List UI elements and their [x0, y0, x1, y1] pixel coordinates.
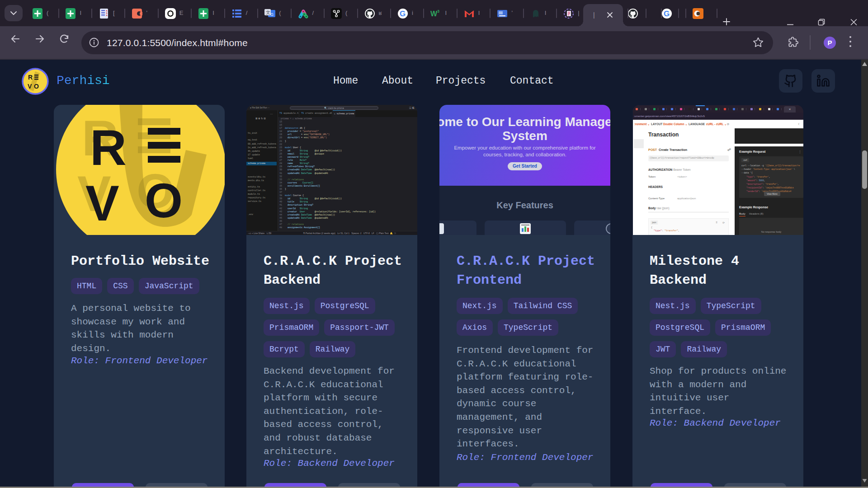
svg-text:R: R [28, 74, 33, 81]
svg-text:G: G [400, 9, 406, 18]
svg-text:文: 文 [266, 10, 270, 15]
svg-text:V: V [28, 83, 32, 90]
svg-text:R: R [90, 119, 127, 176]
svg-text:V: V [85, 175, 119, 231]
svg-text:O: O [34, 83, 39, 90]
svg-text:W: W [430, 10, 438, 18]
svg-text:3: 3 [437, 9, 439, 14]
svg-text:G: G [270, 12, 274, 17]
svg-text:O: O [145, 173, 183, 228]
svg-text:G: G [664, 9, 670, 18]
